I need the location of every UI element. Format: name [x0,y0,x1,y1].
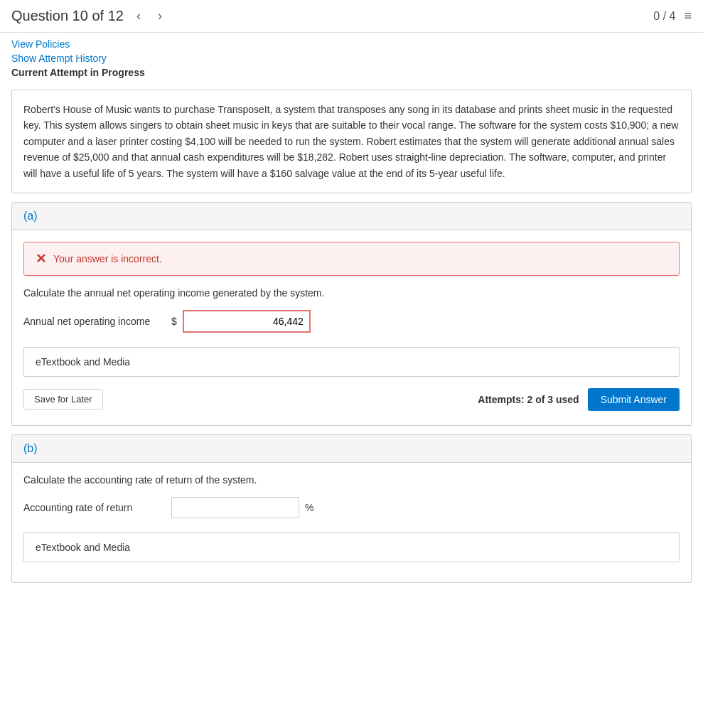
etextbook-link-a[interactable]: eTextbook and Media [23,347,680,377]
current-attempt-label: Current Attempt in Progress [11,67,692,78]
sub-header: View Policies Show Attempt History Curre… [0,33,703,84]
part-a-question: Calculate the annual net operating incom… [23,287,680,299]
part-a-header: (a) [12,203,691,230]
accounting-rate-label: Accounting rate of return [23,502,166,513]
part-a-input-row: Annual net operating income $ [23,310,680,333]
menu-icon[interactable]: ≡ [684,9,692,23]
header-right: 0 / 4 ≡ [653,9,692,23]
score-badge: 0 / 4 [653,10,675,23]
part-a-footer: Save for Later Attempts: 2 of 3 used Sub… [23,385,680,414]
problem-text: Robert's House of Music wants to purchas… [23,104,678,179]
error-message: Your answer is incorrect. [53,253,162,264]
part-b-section: (b) Calculate the accounting rate of ret… [11,434,692,583]
accounting-rate-input[interactable] [171,497,299,518]
part-b-question: Calculate the accounting rate of return … [23,474,680,486]
percent-symbol: % [305,502,313,513]
next-arrow[interactable]: › [154,7,166,25]
annual-income-label: Annual net operating income [23,316,166,327]
currency-symbol: $ [171,316,177,327]
problem-statement: Robert's House of Music wants to purchas… [11,90,692,193]
part-b-body: Calculate the accounting rate of return … [12,463,691,582]
part-a-label: (a) [23,210,38,222]
show-attempt-history-link[interactable]: Show Attempt History [11,53,692,64]
prev-arrow[interactable]: ‹ [132,7,145,25]
annual-income-input[interactable] [183,310,311,333]
part-a-section: (a) ✕ Your answer is incorrect. Calculat… [11,202,692,426]
header-left: Question 10 of 12 ‹ › [11,7,166,25]
right-actions: Attempts: 2 of 3 used Submit Answer [478,388,680,411]
part-b-label: (b) [23,442,38,454]
view-policies-link[interactable]: View Policies [11,38,692,50]
part-a-body: ✕ Your answer is incorrect. Calculate th… [12,230,691,425]
submit-answer-button[interactable]: Submit Answer [588,388,680,411]
save-later-button[interactable]: Save for Later [23,389,103,410]
part-b-header: (b) [12,435,691,463]
etextbook-link-b[interactable]: eTextbook and Media [23,532,680,562]
question-title: Question 10 of 12 [11,8,124,24]
error-banner: ✕ Your answer is incorrect. [23,242,680,276]
error-icon: ✕ [36,251,46,267]
part-b-input-row: Accounting rate of return % [23,497,680,518]
header: Question 10 of 12 ‹ › 0 / 4 ≡ [0,0,703,33]
attempts-count: Attempts: 2 of 3 used [478,394,579,405]
